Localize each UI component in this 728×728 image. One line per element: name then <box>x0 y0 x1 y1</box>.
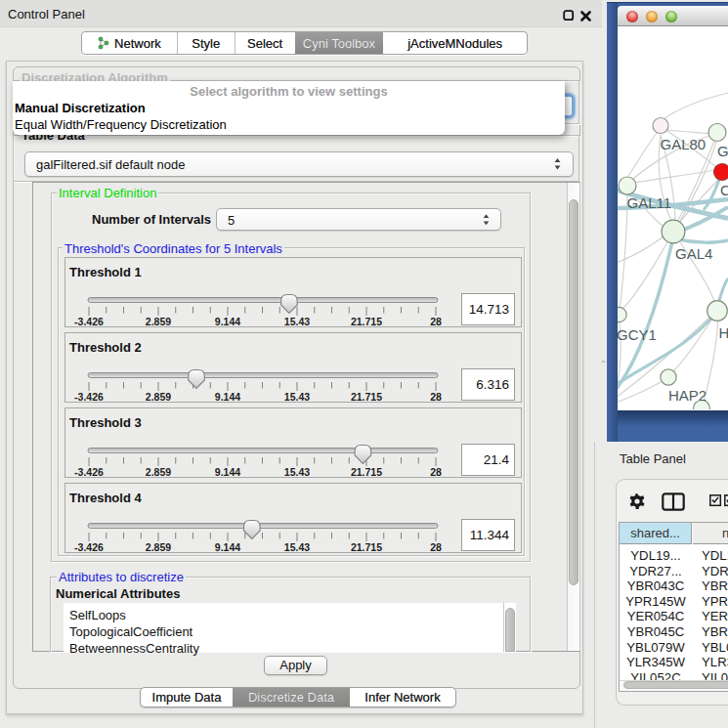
svg-text:HAP2: HAP2 <box>668 387 707 404</box>
svg-text:GAL4: GAL4 <box>675 245 712 262</box>
svg-text:HA: HA <box>719 324 728 341</box>
svg-text:GAL80: GAL80 <box>661 136 707 152</box>
svg-text:CY: CY <box>720 182 728 198</box>
svg-text:GA: GA <box>717 143 728 159</box>
svg-text:GAL11: GAL11 <box>627 194 672 211</box>
svg-text:GCY1: GCY1 <box>618 326 657 343</box>
